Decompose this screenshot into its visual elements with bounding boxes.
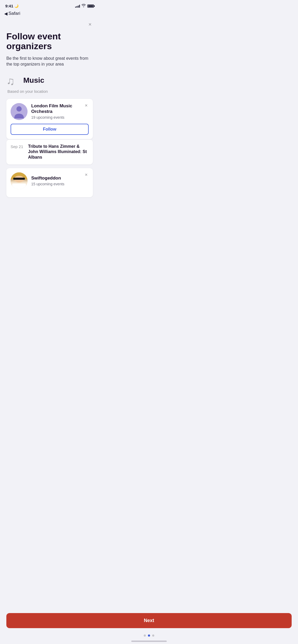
event-date-1: Sep 21 — [11, 144, 24, 149]
moon-icon: 🌙 — [14, 4, 19, 8]
organizer-info-2: Swiftogeddon 15 upcoming events — [11, 172, 64, 189]
organizer-text-1: London Film Music Orchestra 19 upcoming … — [31, 103, 84, 119]
time-display: 9:41 — [5, 4, 13, 8]
svg-text:♫: ♫ — [6, 75, 15, 87]
organizer-card-1: London Film Music Orchestra 19 upcoming … — [6, 99, 93, 139]
status-bar: 9:41 🌙 — [0, 0, 99, 10]
location-label: Based on your location — [6, 89, 93, 94]
status-time: 9:41 🌙 — [5, 4, 19, 8]
organizer-text-2: Swiftogeddon 15 upcoming events — [31, 176, 64, 186]
dismiss-icon-2: × — [85, 172, 88, 177]
back-arrow-icon: ◀ — [4, 11, 7, 16]
status-icons — [75, 4, 94, 8]
organizer-events-1: 19 upcoming events — [31, 115, 84, 119]
close-icon: × — [88, 21, 92, 27]
wifi-icon — [82, 4, 86, 8]
signal-icon — [75, 4, 80, 8]
battery-icon — [87, 4, 94, 8]
dismiss-button-2[interactable]: × — [84, 172, 89, 177]
music-icon: ♫ — [6, 74, 20, 87]
follow-button-1[interactable]: Follow — [11, 124, 89, 135]
dismiss-button-1[interactable]: × — [84, 103, 89, 108]
dismiss-icon-1: × — [85, 103, 88, 108]
organizer-avatar-2 — [11, 172, 28, 189]
main-content: Follow event organizers Be the first to … — [0, 28, 99, 197]
event-row-1[interactable]: Sep 21 Tribute to Hans Zimmer & John Wil… — [6, 140, 93, 164]
organizer-name-1: London Film Music Orchestra — [31, 103, 84, 114]
page-subtitle: Be the first to know about great events … — [6, 56, 93, 67]
organizer-events-2: 15 upcoming events — [31, 182, 64, 186]
organizer-info-1: London Film Music Orchestra 19 upcoming … — [11, 103, 84, 120]
close-button[interactable]: × — [86, 20, 94, 28]
category-header: ♫ Music — [6, 74, 93, 87]
nav-bar: ◀ Safari — [0, 10, 99, 18]
svg-point-2 — [16, 106, 22, 112]
event-title-1: Tribute to Hans Zimmer & John Williams I… — [28, 144, 89, 160]
organizer-header-2: Swiftogeddon 15 upcoming events × — [11, 172, 89, 189]
page-title: Follow event organizers — [6, 31, 93, 51]
organizer-name-2: Swiftogeddon — [31, 176, 64, 181]
organizer-card-2: Swiftogeddon 15 upcoming events × — [6, 168, 93, 197]
organizer-avatar-1 — [11, 103, 28, 120]
organizer-header-1: London Film Music Orchestra 19 upcoming … — [11, 103, 89, 120]
back-button[interactable]: ◀ Safari — [4, 11, 20, 16]
close-button-container: × — [0, 18, 99, 28]
back-label: Safari — [8, 11, 20, 16]
category-name: Music — [23, 76, 44, 85]
